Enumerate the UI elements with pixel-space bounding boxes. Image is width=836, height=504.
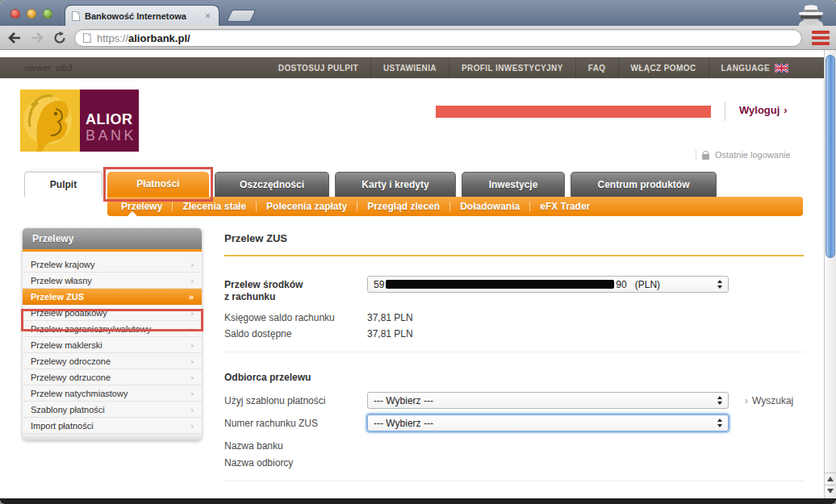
minimize-window-button[interactable] [27,9,36,19]
sidebar-item-label: Przelew krajowy [31,256,190,273]
browser-tab-title: Bankowość Internetowa [85,11,199,21]
forward-button[interactable] [29,30,45,46]
source-account-select[interactable]: 59 90 (PLN) [367,276,729,293]
tab-oszczednosci[interactable]: Oszczędności [215,172,329,197]
sidebar-item-import-platnosci[interactable]: Import płatności › [23,418,202,434]
page-scrollbar[interactable] [824,50,836,498]
book-balance-value: 37,81 PLN [367,309,413,323]
available-balance-label: Saldo dostępne [224,325,367,340]
menu-item-ustawienia[interactable]: USTAWIENIA [370,57,449,78]
last-login-label: Ostatnie logowanie [715,150,791,160]
search-template-link[interactable]: › Wyszukaj [745,392,793,406]
scroll-up-button[interactable] [825,473,836,485]
incognito-icon [796,3,826,27]
menu-item-wlacz-pomoc[interactable]: WŁĄCZ POMOC [618,57,709,78]
subnav-efx-trader[interactable]: eFX Trader [530,201,600,212]
url-bar[interactable]: https://aliorbank.pl/ [74,29,802,47]
chevron-right-icon: › [190,305,194,321]
transfer-form: Przelew ZUS Przelew środków z rachunku 5… [224,232,804,504]
sidebar-item-przelewy-odroczone[interactable]: Przelewy odroczone › [23,353,202,369]
chevron-right-icon: › [190,273,194,289]
chevron-right-icon: › [190,369,194,385]
subnav-przelewy[interactable]: Przelewy [121,201,172,212]
sidebar-item-szablony-platnosci[interactable]: Szablony płatności › [23,402,202,418]
url-protocol: https:// [97,32,128,44]
sidebar-item-przelew-maklerski[interactable]: Przelew maklerski › [23,337,202,353]
lock-icon [702,154,709,160]
close-window-button[interactable] [10,9,20,19]
menu-item-dostosuj-pulpit[interactable]: DOSTOSUJ PULPIT [266,57,370,78]
chevron-right-icon: › [190,418,194,434]
window-bottom-edge [0,498,836,504]
sidebar-item-przelew-zagraniczny[interactable]: Przelew zagraniczny/walutowy › [23,321,202,337]
sidebar-title: Przelewy [23,228,202,249]
tab-inwestycje[interactable]: Inwestycje [462,172,565,197]
zus-account-value: --- Wybierz --- [374,418,433,429]
logo-text-bank: BANK [86,127,139,144]
new-tab-button[interactable] [227,10,257,22]
menu-item-profil-inwestycyjny[interactable]: PROFIL INWESTYCYJNY [449,57,575,78]
sidebar-item-label: Szablony płatności [31,402,190,418]
subnav-zlecenia-stale[interactable]: Zlecenia stałe [173,201,256,212]
sidebar-item-przelew-wlasny[interactable]: Przelew własny › [23,273,202,289]
back-button[interactable] [6,30,23,46]
browser-toolbar: https://aliorbank.pl/ [0,26,836,50]
payment-template-label: Użyj szablonu płatności [224,392,367,407]
subnav-polecenia-zaplaty[interactable]: Polecenia zapłaty [257,201,357,212]
search-link-label: Wyszukaj [752,395,793,406]
source-account-label: Przelew środków z rachunku [224,276,367,303]
header-divider [725,102,725,121]
section-divider [224,352,804,352]
recipient-name-label: Nazwa odbiorcy [224,454,367,469]
logout-label: Wyloguj [739,104,780,116]
subnav-przeglad-zlecen[interactable]: Przegląd zleceń [357,201,449,212]
book-balance-label: Księgowe saldo rachunku [224,309,367,324]
sidebar-item-label: Przelew natychmiastowy [31,385,190,402]
sidebar-list: Przelew krajowy › Przelew własny › Przel… [23,252,202,434]
zus-account-select[interactable]: --- Wybierz --- [367,414,729,431]
close-tab-icon[interactable]: × [203,10,212,22]
url-text: https://aliorbank.pl/ [97,31,190,45]
sidebar-item-przelew-zus[interactable]: Przelew ZUS » [23,289,202,305]
sidebar-item-przelewy-odrzucone[interactable]: Przelewy odrzucone › [23,369,202,385]
bank-name-label: Nazwa banku [224,437,367,452]
scroll-down-button[interactable] [825,485,836,497]
sidebar-item-przelew-natychmiastowy[interactable]: Przelew natychmiastowy › [23,385,202,402]
site-menu: DOSTOSUJ PULPIT USTAWIENIA PROFIL INWEST… [266,57,800,78]
logout-link[interactable]: Wyloguj› [739,104,788,116]
chevron-double-right-icon: » [189,289,194,305]
tab-karty-i-kredyty[interactable]: Karty i kredyty [335,172,456,197]
select-stepper-icon [713,419,722,427]
sidebar-item-label: Przelew własny [31,273,190,289]
zoom-window-button[interactable] [43,9,52,19]
alior-bank-logo[interactable]: ALIOR BANK [20,90,139,152]
chevron-right-icon: › [745,395,748,406]
sidebar-item-label: Przelewy odrzucone [31,369,190,385]
tab-pulpit[interactable]: Pulpit [24,172,102,197]
scrollbar-thumb[interactable] [826,55,835,258]
reload-button[interactable] [52,30,68,46]
chevron-right-icon: › [190,385,194,402]
menu-item-language[interactable]: LANGUAGE [709,57,800,78]
sidebar-item-label: Przelew podatkowy [31,305,190,321]
payment-template-select[interactable]: --- Wybierz --- [367,392,729,409]
browser-window: Bankowość Internetowa × [0,0,836,504]
last-login[interactable]: Ostatnie logowanie [696,149,791,160]
subnav-doladowania[interactable]: Doładowania [450,201,529,212]
alior-coin-emblem [20,90,80,152]
available-balance-value: 37,81 PLN [367,325,413,339]
menu-item-faq[interactable]: FAQ [575,57,618,78]
sidebar-item-przelew-podatkowy[interactable]: Przelew podatkowy › [23,305,202,321]
tab-centrum-produktow[interactable]: Centrum produktów [571,172,717,197]
tab-platnosci[interactable]: Płatności [107,172,209,197]
sidebar-item-label: Przelew zagraniczny/walutowy [31,321,190,337]
divider [696,149,696,160]
redaction-bar-username [436,106,711,118]
window-controls [10,9,52,19]
sidebar-item-label: Przelewy odroczone [31,353,190,369]
browser-menu-icon[interactable] [812,29,830,47]
sidebar-item-przelew-krajowy[interactable]: Przelew krajowy › [23,256,202,273]
chevron-right-icon: › [190,321,194,337]
sidebar-footer [23,434,202,440]
browser-tab[interactable]: Bankowość Internetowa × [65,5,219,26]
